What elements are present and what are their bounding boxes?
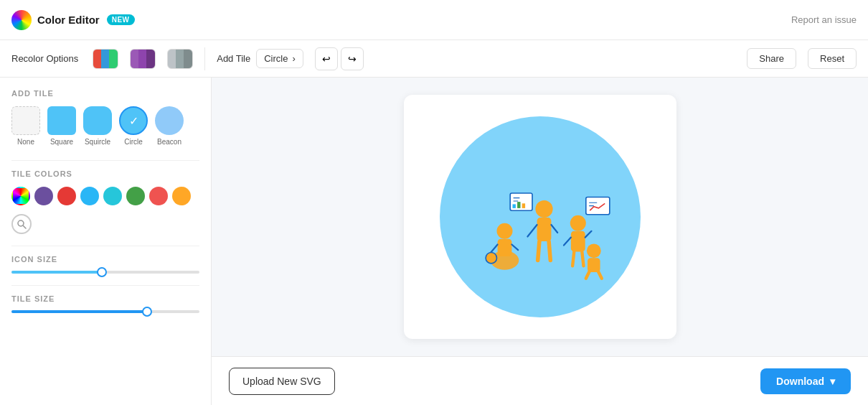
icon-size-section: ICON SIZE — [11, 255, 199, 274]
report-issue-link[interactable]: Report an issue — [791, 14, 857, 25]
icon-size-thumb[interactable] — [97, 267, 107, 277]
svg-point-8 — [535, 200, 552, 218]
tile-beacon-icon — [155, 106, 184, 135]
tile-size-thumb[interactable] — [142, 307, 152, 317]
app-header: Color Editor NEW Report an issue — [0, 0, 868, 40]
svg-rect-28 — [522, 203, 524, 208]
svg-line-10 — [527, 225, 537, 237]
svg-line-12 — [537, 241, 539, 260]
tile-circle-label: Circle — [124, 138, 143, 146]
download-button[interactable]: Download ▾ — [760, 368, 851, 394]
color-swatch-pink[interactable] — [149, 187, 168, 205]
tile-option-circle[interactable]: ✓ Circle — [119, 106, 148, 146]
undo-button[interactable]: ↩ — [315, 47, 338, 70]
share-button[interactable]: Share — [747, 48, 796, 69]
svg-line-1 — [24, 226, 27, 229]
svg-point-0 — [18, 220, 24, 226]
color-preset-1[interactable] — [93, 49, 118, 69]
undo-redo-controls: ↩ ↪ — [315, 47, 364, 70]
app-logo — [11, 10, 32, 30]
svg-line-32 — [598, 271, 602, 279]
color-swatch-blue[interactable] — [80, 187, 99, 205]
svg-point-14 — [570, 215, 585, 231]
svg-rect-27 — [517, 202, 520, 208]
tile-option-square[interactable]: Square — [47, 106, 76, 146]
add-tile-label: Add Tile — [217, 53, 250, 64]
color-preset-3[interactable] — [167, 49, 193, 69]
svg-point-3 — [496, 223, 512, 239]
svg-rect-15 — [570, 231, 585, 252]
toolbar: Recolor Options Add Tile Circle › ↩ ↪ Sh… — [0, 40, 868, 78]
canvas-area: Upload New SVG Download ▾ — [212, 78, 868, 405]
svg-line-16 — [564, 238, 571, 246]
divider-3 — [11, 285, 199, 286]
new-badge: NEW — [107, 14, 135, 25]
left-panel: ADD TILE None Square Squircle ✓ Circle — [0, 78, 212, 405]
color-preset-2[interactable] — [130, 49, 156, 69]
svg-line-31 — [585, 271, 590, 279]
toolbar-divider — [204, 47, 205, 70]
svg-line-19 — [582, 251, 583, 266]
icon-size-track — [11, 271, 199, 274]
color-swatch-red[interactable] — [57, 187, 76, 205]
color-swatches — [11, 187, 199, 205]
tile-colors-title: TILE COLORS — [11, 169, 199, 178]
tile-option-squircle[interactable]: Squircle — [83, 106, 112, 146]
tile-square-label: Square — [50, 138, 73, 146]
main-layout: ADD TILE None Square Squircle ✓ Circle — [0, 78, 868, 405]
tile-circle-icon: ✓ — [119, 106, 148, 135]
download-label: Download — [776, 376, 824, 387]
preview-card — [404, 95, 676, 339]
add-tile-dropdown[interactable]: Circle › — [256, 49, 303, 68]
search-button[interactable] — [11, 214, 32, 234]
color-swatch-teal[interactable] — [103, 187, 122, 205]
icon-size-fill — [11, 271, 102, 274]
svg-line-18 — [572, 251, 574, 266]
selected-checkmark-icon: ✓ — [129, 114, 138, 128]
svg-rect-4 — [497, 239, 511, 256]
divider-1 — [11, 160, 199, 161]
add-tile-section: Add Tile Circle › — [217, 49, 303, 68]
add-tile-section-title: ADD TILE — [11, 89, 199, 98]
circle-preview — [440, 116, 641, 317]
tile-size-label: TILE SIZE — [11, 294, 199, 303]
divider-2 — [11, 246, 199, 246]
canvas-main — [212, 78, 868, 356]
icon-size-label: ICON SIZE — [11, 255, 199, 264]
color-swatch-rainbow[interactable] — [11, 187, 30, 205]
download-chevron-icon: ▾ — [830, 376, 835, 387]
dropdown-chevron-icon: › — [292, 53, 295, 64]
redo-button[interactable]: ↪ — [341, 47, 364, 70]
app-title: Color Editor — [37, 14, 100, 26]
color-swatch-orange[interactable] — [172, 187, 191, 205]
color-swatch-green[interactable] — [126, 187, 145, 205]
tile-none-label: None — [17, 138, 34, 146]
tile-squircle-icon — [83, 106, 112, 135]
tile-options-list: None Square Squircle ✓ Circle Beacon — [11, 106, 199, 146]
tile-size-track — [11, 310, 199, 313]
tile-none-icon — [11, 106, 40, 135]
color-swatch-purple[interactable] — [34, 187, 53, 205]
svg-line-6 — [511, 245, 518, 251]
svg-line-17 — [585, 231, 591, 238]
recolor-options-label: Recolor Options — [11, 53, 78, 64]
svg-rect-26 — [512, 204, 515, 208]
tile-option-beacon[interactable]: Beacon — [155, 106, 184, 146]
main-illustration — [461, 138, 619, 296]
svg-line-13 — [549, 241, 550, 260]
tile-beacon-label: Beacon — [157, 138, 181, 146]
svg-line-11 — [551, 225, 557, 233]
tile-size-fill — [11, 310, 147, 313]
svg-point-7 — [486, 253, 496, 264]
selected-tile-shape: Circle — [264, 53, 288, 64]
tile-option-none[interactable]: None — [11, 106, 40, 146]
canvas-footer: Upload New SVG Download ▾ — [212, 356, 868, 405]
tile-size-section: TILE SIZE — [11, 294, 199, 313]
svg-point-29 — [586, 243, 600, 258]
tile-square-icon — [47, 106, 76, 135]
tile-squircle-label: Squircle — [85, 138, 110, 146]
search-area — [11, 214, 199, 234]
upload-button[interactable]: Upload New SVG — [229, 368, 335, 395]
reset-button[interactable]: Reset — [808, 48, 857, 69]
svg-rect-9 — [537, 218, 551, 241]
